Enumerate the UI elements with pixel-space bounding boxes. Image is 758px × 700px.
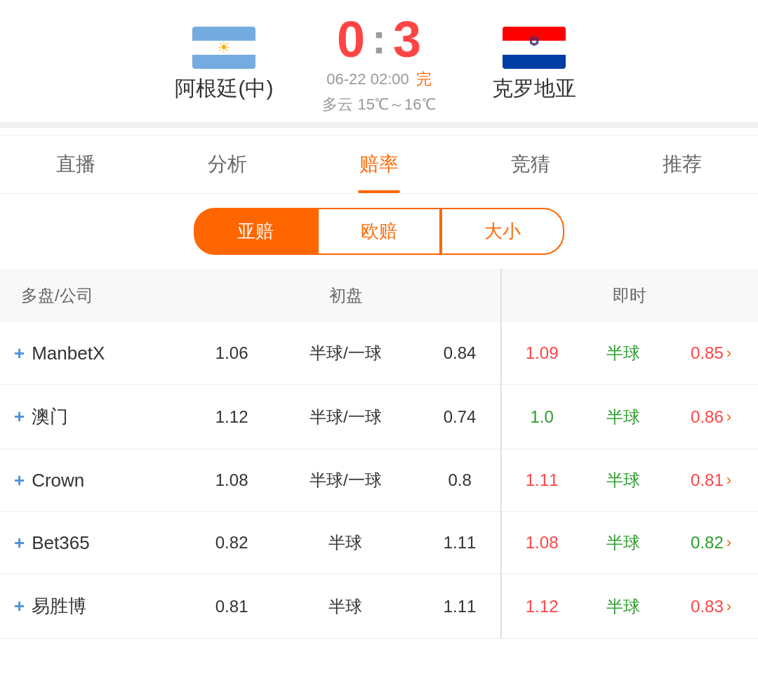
odds-table: 多盘/公司 初盘 即时 + ManbetX 1.06 半球/一球 0.84 1.…: [0, 269, 758, 639]
sub-tab-asia[interactable]: 亚赔: [194, 208, 317, 255]
team-home-name: 阿根廷(中): [175, 74, 273, 103]
arrow-icon[interactable]: ›: [726, 408, 731, 426]
init-home-val: 0.82: [192, 512, 272, 574]
plus-icon: +: [14, 406, 25, 428]
company-name: ManbetX: [32, 343, 105, 364]
company-name: Crown: [32, 470, 84, 491]
init-handicap-val: 半球: [272, 574, 419, 639]
init-away-val: 0.74: [420, 385, 501, 449]
sub-tab-euro[interactable]: 欧赔: [317, 208, 441, 255]
col-initial: 初盘: [192, 269, 501, 322]
match-datetime: 06-22 02:00: [326, 70, 408, 88]
col-live: 即时: [501, 269, 758, 322]
table-row[interactable]: + 易胜博 0.81 半球 1.11 1.12 半球 0.83 ›: [0, 574, 758, 639]
init-away-val: 1.11: [420, 512, 501, 574]
company-name: Bet365: [32, 532, 89, 554]
live-home-val: 1.12: [501, 574, 583, 639]
init-home-val: 1.06: [192, 322, 272, 385]
team-away-flag: [503, 27, 566, 69]
company-cell[interactable]: + ManbetX: [0, 322, 192, 385]
company-name: 澳门: [32, 404, 68, 429]
plus-icon: +: [14, 532, 25, 554]
live-home-val: 1.11: [501, 449, 583, 512]
col-company: 多盘/公司: [0, 269, 192, 322]
score-display: 0 : 3: [337, 14, 421, 65]
live-home-val: 1.09: [501, 322, 583, 385]
tab-odds[interactable]: 赔率: [303, 136, 455, 193]
main-tabs: 直播 分析 赔率 竞猜 推荐: [0, 135, 758, 194]
init-handicap-val: 半球/一球: [272, 449, 419, 512]
arrow-icon[interactable]: ›: [726, 471, 731, 489]
init-handicap-val: 半球: [272, 512, 419, 574]
live-away-val: 0.86 ›: [664, 385, 758, 449]
live-handicap-val: 半球: [583, 574, 665, 639]
plus-icon: +: [14, 470, 25, 491]
live-handicap-val: 半球: [583, 322, 665, 385]
live-away-val: 0.83 ›: [664, 574, 758, 639]
match-header: 阿根廷(中) 0 : 3 06-22 02:00 完 多云 15℃～16℃ 克罗…: [0, 0, 758, 122]
company-name: 易胜博: [32, 594, 86, 619]
live-home-val: 1.08: [501, 512, 583, 574]
arrow-icon[interactable]: ›: [726, 597, 731, 616]
match-weather: 多云 15℃～16℃: [322, 94, 435, 115]
live-away-num: 0.86: [691, 407, 724, 427]
plus-icon: +: [14, 343, 25, 364]
live-handicap-val: 半球: [583, 449, 665, 512]
score-block: 0 : 3 06-22 02:00 完 多云 15℃～16℃: [322, 14, 435, 115]
tab-analysis[interactable]: 分析: [152, 136, 303, 193]
table-row[interactable]: + 澳门 1.12 半球/一球 0.74 1.0 半球 0.86 ›: [0, 385, 758, 449]
live-away-num: 0.81: [691, 470, 724, 490]
init-home-val: 1.08: [192, 449, 272, 512]
table-header-row: 多盘/公司 初盘 即时: [0, 269, 758, 322]
company-cell[interactable]: + Bet365: [0, 512, 192, 574]
live-away-num: 0.85: [691, 343, 724, 363]
match-status: 完: [416, 69, 432, 90]
tab-predict[interactable]: 竞猜: [455, 136, 606, 193]
divider-1: [0, 122, 758, 128]
init-away-val: 0.84: [420, 322, 501, 385]
init-home-val: 1.12: [192, 385, 272, 449]
team-home-flag: [192, 27, 255, 69]
company-cell[interactable]: + Crown: [0, 449, 192, 512]
init-handicap-val: 半球/一球: [272, 385, 419, 449]
live-away-num: 0.83: [691, 597, 724, 616]
company-cell[interactable]: + 澳门: [0, 385, 192, 449]
init-handicap-val: 半球/一球: [272, 322, 419, 385]
table-row[interactable]: + ManbetX 1.06 半球/一球 0.84 1.09 半球 0.85 ›: [0, 322, 758, 385]
sub-tab-size[interactable]: 大小: [441, 208, 564, 255]
score-home: 0: [337, 14, 365, 65]
score-away: 3: [393, 14, 421, 65]
score-colon: :: [372, 18, 386, 60]
init-away-val: 0.8: [420, 449, 501, 512]
table-row[interactable]: + Crown 1.08 半球/一球 0.8 1.11 半球 0.81 ›: [0, 449, 758, 512]
live-away-val: 0.82 ›: [664, 512, 758, 574]
init-home-val: 0.81: [192, 574, 272, 639]
plus-icon: +: [14, 595, 25, 617]
live-handicap-val: 半球: [583, 385, 665, 449]
sub-tabs: 亚赔 欧赔 大小: [0, 194, 758, 269]
live-away-val: 0.81 ›: [664, 449, 758, 512]
team-away-name: 克罗地亚: [492, 74, 576, 103]
team-away-block: 克罗地亚: [464, 27, 604, 103]
live-handicap-val: 半球: [583, 512, 665, 574]
init-away-val: 1.11: [420, 574, 501, 639]
tab-live[interactable]: 直播: [0, 136, 152, 193]
arrow-icon[interactable]: ›: [726, 344, 731, 362]
arrow-icon[interactable]: ›: [726, 534, 731, 552]
company-cell[interactable]: + 易胜博: [0, 574, 192, 639]
live-away-num: 0.82: [691, 533, 724, 553]
match-meta: 06-22 02:00 完: [326, 69, 431, 90]
live-home-val: 1.0: [501, 385, 583, 449]
live-away-val: 0.85 ›: [664, 322, 758, 385]
team-home-block: 阿根廷(中): [154, 27, 294, 103]
table-row[interactable]: + Bet365 0.82 半球 1.11 1.08 半球 0.82 ›: [0, 512, 758, 574]
tab-recommend[interactable]: 推荐: [606, 136, 758, 193]
